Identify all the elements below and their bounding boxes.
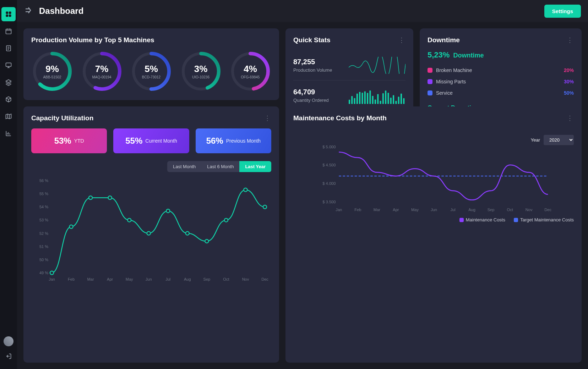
dot-icon — [428, 79, 432, 84]
svg-point-107 — [127, 218, 131, 222]
svg-point-109 — [166, 209, 170, 213]
svg-rect-20 — [356, 94, 358, 104]
dot-icon — [428, 90, 432, 95]
svg-rect-36 — [398, 97, 399, 104]
capacity-title: Capacity Utilization — [31, 114, 271, 122]
svg-rect-4 — [6, 29, 11, 34]
svg-text:Nov: Nov — [242, 277, 249, 281]
svg-rect-34 — [393, 95, 394, 104]
more-icon[interactable]: ⋮ — [398, 36, 405, 44]
stat-value: 64,709 — [293, 88, 329, 96]
svg-rect-21 — [359, 92, 360, 104]
svg-rect-6 — [6, 63, 11, 66]
range-tab-last 6 month[interactable]: Last 6 Month — [201, 161, 239, 172]
more-icon[interactable]: ⋮ — [264, 114, 271, 122]
gauge-code: MAQ-00194 — [92, 75, 111, 79]
nav-logout-icon[interactable] — [1, 349, 16, 363]
cap-tile-previous month[interactable]: 56%Previous Month — [196, 128, 271, 153]
svg-text:Nov: Nov — [526, 208, 533, 212]
svg-text:Jan: Jan — [49, 277, 55, 281]
svg-point-110 — [186, 232, 189, 235]
svg-text:Apr: Apr — [393, 208, 399, 212]
svg-text:Aug: Aug — [468, 208, 475, 212]
capacity-card: Capacity Utilization ⋮ 53%YTD55%Current … — [23, 106, 279, 363]
nav-dashboard-icon[interactable] — [1, 7, 16, 21]
svg-point-103 — [50, 271, 54, 275]
range-tab-last month[interactable]: Last Month — [167, 161, 201, 172]
svg-rect-37 — [401, 94, 402, 104]
year-label: Year — [531, 137, 540, 143]
svg-text:Jul: Jul — [165, 277, 170, 281]
nav-package-icon[interactable] — [1, 92, 16, 106]
cap-tile-current month[interactable]: 55%Current Month — [113, 128, 189, 153]
svg-text:Feb: Feb — [354, 208, 361, 212]
user-avatar[interactable] — [4, 336, 13, 346]
svg-rect-26 — [372, 96, 374, 104]
svg-text:$ 4.000: $ 4.000 — [322, 181, 336, 186]
svg-rect-28 — [377, 94, 379, 104]
nav-layers-icon[interactable] — [1, 75, 16, 89]
svg-text:Sep: Sep — [203, 277, 211, 281]
gauge-code: OFG-69845 — [241, 75, 260, 79]
downtime-reason: Missing Parts30% — [428, 79, 574, 84]
svg-text:Dec: Dec — [544, 208, 551, 212]
range-tab-last year[interactable]: Last Year — [239, 161, 271, 172]
nav-map-icon[interactable] — [1, 109, 16, 123]
svg-text:May: May — [126, 277, 133, 281]
svg-rect-3 — [9, 15, 11, 17]
svg-text:Oct: Oct — [507, 208, 513, 212]
svg-point-104 — [70, 225, 73, 228]
stat-label: Quantity Ordered — [293, 98, 329, 103]
svg-text:Aug: Aug — [184, 277, 191, 281]
side-nav — [0, 0, 17, 369]
svg-text:54 %: 54 % — [39, 205, 48, 209]
svg-text:$ 4.500: $ 4.500 — [322, 163, 336, 167]
settings-button[interactable]: Settings — [544, 5, 581, 18]
nav-calendar-icon[interactable] — [1, 24, 16, 38]
gauge-pct: 9% — [45, 64, 59, 75]
legend-maint: Maintenance Costs — [466, 217, 505, 222]
legend-target: Target Maintenance Costs — [520, 217, 574, 222]
svg-text:55 %: 55 % — [39, 192, 48, 196]
nav-monitor-icon[interactable] — [1, 58, 16, 72]
gauge-code: ABB-51502 — [43, 75, 61, 79]
svg-text:51 %: 51 % — [39, 244, 48, 249]
svg-rect-17 — [349, 100, 350, 104]
gauge-code: UIO-10236 — [192, 75, 209, 79]
year-select[interactable]: 2020 — [544, 135, 574, 145]
svg-text:Sep: Sep — [488, 208, 495, 212]
more-icon[interactable]: ⋮ — [567, 36, 574, 44]
gauge-MAQ-00194: 7%MAQ-00194 — [81, 50, 123, 92]
gauge-pct: 3% — [194, 64, 208, 75]
stat-row: 87,255Production Volume — [293, 50, 405, 81]
svg-text:Oct: Oct — [223, 277, 229, 281]
more-icon[interactable]: ⋮ — [567, 114, 574, 122]
menu-toggle-icon[interactable] — [24, 6, 33, 16]
cap-tile-ytd[interactable]: 53%YTD — [31, 128, 107, 153]
dot-icon — [428, 68, 432, 73]
svg-text:49 %: 49 % — [39, 271, 48, 275]
svg-text:Mar: Mar — [87, 277, 94, 281]
downtime-reason: Broken Machine20% — [428, 67, 574, 73]
stat-label: Production Volume — [293, 67, 332, 73]
svg-text:$ 5.000: $ 5.000 — [322, 145, 336, 149]
maintenance-title: Maintenance Costs by Month — [293, 114, 574, 122]
nav-document-icon[interactable] — [1, 41, 16, 55]
nav-chart-icon[interactable] — [1, 126, 16, 141]
quick-stats-title: Quick Stats — [293, 36, 405, 44]
svg-point-111 — [205, 239, 208, 243]
svg-rect-24 — [367, 93, 368, 104]
svg-text:Mar: Mar — [374, 208, 380, 212]
svg-text:Jul: Jul — [450, 208, 455, 212]
svg-rect-30 — [382, 93, 384, 104]
topbar: Dashboard Settings — [17, 0, 588, 22]
svg-rect-22 — [362, 93, 363, 104]
stat-value: 87,255 — [293, 58, 332, 66]
gauge-BCD-73012: 5%BCD-73012 — [130, 50, 172, 92]
svg-text:52 %: 52 % — [39, 231, 48, 236]
production-card: Production Volume by Top 5 Machines 9%AB… — [23, 28, 279, 100]
svg-point-106 — [108, 196, 112, 199]
svg-point-113 — [244, 188, 247, 192]
svg-rect-38 — [403, 98, 404, 104]
gauge-UIO-10236: 3%UIO-10236 — [180, 50, 222, 92]
